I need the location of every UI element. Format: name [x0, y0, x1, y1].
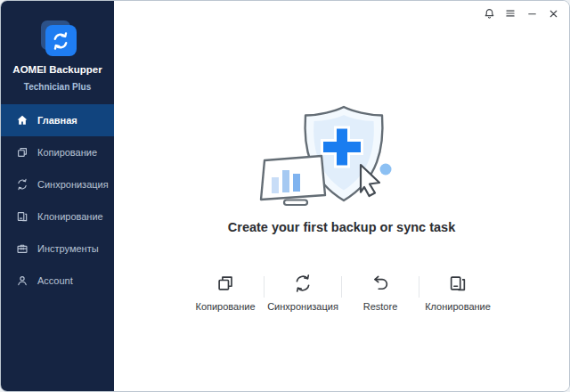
- sidebar-menu: Главная Копирование: [1, 104, 114, 297]
- sidebar-item-label: Account: [37, 275, 73, 286]
- action-restore[interactable]: Restore: [342, 273, 419, 312]
- account-icon: [16, 274, 28, 287]
- sidebar: AOMEI Backupper Technician Plus Главная …: [1, 1, 114, 391]
- dot-accent: [379, 164, 391, 176]
- action-label: Синхронизация: [267, 301, 338, 312]
- restore-icon: [370, 273, 390, 294]
- copy-icon: [16, 146, 28, 159]
- sidebar-item-sync[interactable]: Синхронизация: [1, 168, 114, 200]
- aomei-backupper-window: AOMEI Backupper Technician Plus Главная …: [0, 0, 570, 392]
- action-label: Клонирование: [425, 301, 491, 312]
- close-icon: [548, 8, 559, 20]
- sync-logo-icon: [38, 20, 77, 59]
- action-label: Restore: [363, 301, 398, 312]
- sidebar-item-backup[interactable]: Копирование: [1, 136, 114, 168]
- menu-button[interactable]: [501, 4, 520, 23]
- copy-icon: [216, 273, 235, 294]
- sync-icon: [293, 273, 313, 294]
- main-content: Create your first backup or sync task Ко…: [114, 1, 569, 391]
- sync-icon: [16, 178, 28, 191]
- hamburger-icon: [504, 7, 517, 20]
- app-name: AOMEI Backupper: [1, 64, 114, 75]
- sidebar-item-label: Инструменты: [37, 243, 99, 254]
- home-icon: [16, 114, 28, 127]
- tools-icon: [16, 242, 28, 255]
- app-logo: AOMEI Backupper Technician Plus: [1, 1, 114, 92]
- app-edition: Technician Plus: [1, 82, 114, 92]
- sidebar-item-label: Главная: [37, 115, 77, 126]
- action-label: Копирование: [195, 301, 255, 312]
- sidebar-item-account[interactable]: Account: [1, 265, 114, 297]
- empty-state-heading: Create your first backup or sync task: [114, 220, 569, 234]
- close-button[interactable]: [543, 4, 563, 23]
- action-clone[interactable]: Клонирование: [419, 273, 496, 312]
- sidebar-item-clone[interactable]: Клонирование: [1, 200, 114, 233]
- bell-icon: [483, 7, 496, 20]
- titlebar-controls: [479, 4, 563, 23]
- minimize-icon: [526, 8, 538, 20]
- sidebar-item-tools[interactable]: Инструменты: [1, 233, 114, 265]
- sidebar-item-label: Клонирование: [37, 211, 103, 222]
- sidebar-item-label: Копирование: [37, 147, 97, 158]
- notifications-button[interactable]: [479, 4, 499, 23]
- clone-icon: [16, 210, 28, 223]
- action-sync[interactable]: Синхронизация: [265, 273, 341, 312]
- monitor-chart-icon: [261, 156, 325, 205]
- quick-actions: Копирование Синхронизация: [114, 273, 569, 312]
- empty-state-illustration: [253, 94, 431, 214]
- sidebar-item-home[interactable]: Главная: [1, 104, 114, 136]
- clone-icon: [448, 273, 468, 294]
- action-backup[interactable]: Копирование: [187, 273, 264, 312]
- minimize-button[interactable]: [522, 4, 542, 23]
- sidebar-item-label: Синхронизация: [37, 179, 109, 190]
